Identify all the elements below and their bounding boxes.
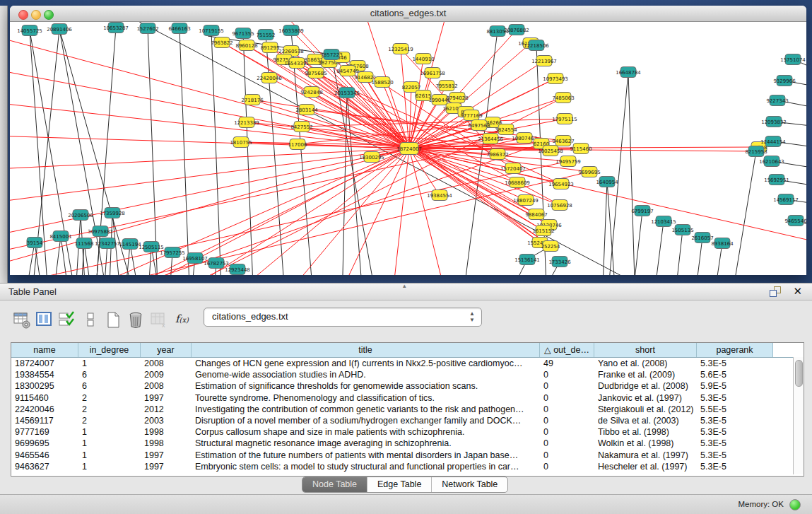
table-cell[interactable]: Yano et al. (2008): [594, 358, 697, 369]
table-cell[interactable]: 1: [78, 426, 141, 438]
table-cell[interactable]: 5.3E-5: [697, 461, 773, 472]
table-cell[interactable]: 49: [540, 358, 594, 369]
table-cell[interactable]: 2008: [141, 358, 192, 369]
window-titlebar[interactable]: citations_edges.txt: [10, 6, 806, 22]
table-cell[interactable]: 5.3E-5: [697, 415, 773, 426]
select-rows-icon[interactable]: [58, 311, 76, 329]
table-cell[interactable]: 1: [78, 461, 141, 472]
table-cell[interactable]: Estimation of significance thresholds fo…: [192, 380, 540, 392]
table-cell[interactable]: Embryonic stem cells: a model to study s…: [192, 461, 540, 472]
table-cell[interactable]: 0: [540, 438, 594, 449]
table-cell[interactable]: 5.9E-5: [697, 380, 773, 392]
table-cell[interactable]: 6: [78, 380, 141, 392]
table-cell[interactable]: 9465546: [11, 450, 78, 461]
table-cell[interactable]: Changes of HCN gene expression and I(f) …: [192, 358, 540, 369]
table-row[interactable]: 911546021997Tourette syndrome. Phenomeno…: [11, 392, 793, 404]
column-header-in_degree[interactable]: in_degree: [78, 343, 141, 357]
float-panel-icon[interactable]: [770, 286, 781, 297]
column-header-title[interactable]: title: [192, 343, 540, 357]
table-cell[interactable]: Structural magnetic resonance image aver…: [192, 438, 540, 449]
table-cell[interactable]: Dudbridge et al. (2008): [594, 380, 697, 392]
network-canvas[interactable]: 1872400779638228960128891295222605389827…: [10, 22, 806, 275]
table-cell[interactable]: 0: [540, 426, 594, 438]
table-row[interactable]: 1938455462009Genome-wide association stu…: [11, 369, 793, 380]
table-cell[interactable]: Hescheler et al. (1997): [594, 461, 697, 472]
table-cell[interactable]: 5.3E-5: [697, 426, 773, 438]
vertical-scrollbar[interactable]: [793, 357, 804, 474]
node-table[interactable]: namein_degreeyeartitle△ out_de…shortpage…: [11, 342, 804, 477]
table-cell[interactable]: 1998: [141, 426, 192, 438]
table-cell[interactable]: Estimation of the future numbers of pati…: [192, 450, 540, 461]
table-row[interactable]: 2242004622012Investigating the contribut…: [11, 404, 793, 415]
table-cell[interactable]: Corpus callosum shape and size in male p…: [192, 426, 540, 438]
table-cell[interactable]: 2009: [141, 369, 192, 380]
table-cell[interactable]: 5.3E-5: [697, 438, 773, 449]
table-cell[interactable]: 1997: [141, 392, 192, 404]
table-cell[interactable]: Stergiakouli et al. (2012): [594, 404, 697, 415]
table-cell[interactable]: 9115460: [11, 392, 78, 404]
table-cell[interactable]: 5.6E-5: [697, 369, 773, 380]
table-cell[interactable]: 5.3E-5: [697, 450, 773, 461]
table-cell[interactable]: 1997: [141, 461, 192, 472]
table-cell[interactable]: 1997: [141, 450, 192, 461]
create-table-icon[interactable]: [105, 311, 123, 329]
table-cell[interactable]: 1: [78, 358, 141, 369]
table-cell[interactable]: 2008: [141, 380, 192, 392]
table-cell[interactable]: Jankovic et al. (1997): [594, 392, 697, 404]
table-row[interactable]: 969969511998Structural magnetic resonanc…: [11, 438, 793, 449]
column-header-out_de[interactable]: △ out_de…: [540, 343, 594, 357]
network-nodes[interactable]: 1872400779638228960128891295222605389827…: [17, 23, 806, 275]
table-type-tabs[interactable]: Node TableEdge TableNetwork Table: [302, 477, 508, 493]
table-row[interactable]: 1872400712008Changes of HCN gene express…: [11, 358, 793, 369]
table-cell[interactable]: 22420046: [11, 404, 78, 415]
table-cell[interactable]: Genome-wide association studies in ADHD.: [192, 369, 540, 380]
table-body[interactable]: 1872400712008Changes of HCN gene express…: [11, 358, 804, 472]
table-cell[interactable]: Disruption of a novel member of a sodium…: [192, 415, 540, 426]
clear-selection-icon[interactable]: [82, 311, 100, 329]
table-row[interactable]: 946554611997Estimation of the future num…: [11, 450, 793, 461]
table-cell[interactable]: 9463627: [11, 461, 78, 472]
import-table-icon[interactable]: x: [150, 311, 168, 329]
close-panel-icon[interactable]: ✕: [793, 285, 802, 298]
table-cell[interactable]: 2012: [141, 404, 192, 415]
table-cell[interactable]: 0: [540, 404, 594, 415]
table-cell[interactable]: Investigating the contribution of common…: [192, 404, 540, 415]
table-cell[interactable]: de Silva et al. (2003): [594, 415, 697, 426]
table-cell[interactable]: Franke et al. (2009): [594, 369, 697, 380]
table-row[interactable]: 1456911722003Disruption of a novel membe…: [11, 415, 793, 426]
tab-node-table[interactable]: Node Table: [302, 477, 367, 492]
table-select-dropdown[interactable]: citations_edges.txt ▲▼: [204, 308, 482, 327]
table-cell[interactable]: Tibbo et al. (1998): [594, 426, 697, 438]
table-cell[interactable]: 5.3E-5: [697, 392, 773, 404]
column-header-name[interactable]: name: [11, 343, 78, 357]
table-cell[interactable]: 2: [78, 415, 141, 426]
table-cell[interactable]: 2: [78, 404, 141, 415]
table-cell[interactable]: 0: [540, 450, 594, 461]
table-cell[interactable]: 2003: [141, 415, 192, 426]
table-cell[interactable]: 0: [540, 369, 594, 380]
table-cell[interactable]: 1998: [141, 438, 192, 449]
function-builder-icon[interactable]: f(x): [175, 313, 194, 331]
table-cell[interactable]: 0: [540, 380, 594, 392]
delete-table-icon[interactable]: [127, 311, 146, 329]
table-cell[interactable]: 5.3E-5: [697, 358, 773, 369]
table-cell[interactable]: 18724007: [11, 358, 78, 369]
table-cell[interactable]: 1: [78, 438, 141, 449]
table-cell[interactable]: Nakamura et al. (1997): [594, 450, 697, 461]
table-cell[interactable]: 9777169: [11, 426, 78, 438]
tab-network-table[interactable]: Network Table: [432, 477, 507, 492]
table-cell[interactable]: 19384554: [11, 369, 78, 380]
table-cell[interactable]: Wolkin et al. (1998): [594, 438, 697, 449]
table-cell[interactable]: 5.5E-5: [697, 404, 773, 415]
memory-status-indicator[interactable]: [789, 499, 801, 510]
table-cell[interactable]: 0: [540, 415, 594, 426]
show-columns-icon[interactable]: [35, 311, 54, 329]
column-header-short[interactable]: short: [594, 343, 697, 357]
table-row[interactable]: 946362711997Embryonic stem cells: a mode…: [11, 461, 793, 472]
table-cell[interactable]: Tourette syndrome. Phenomenology and cla…: [192, 392, 540, 404]
panel-resize-grip[interactable]: ▴: [403, 282, 406, 289]
column-header-pagerank[interactable]: pagerank: [697, 343, 773, 357]
table-row[interactable]: 977716911998Corpus callosum shape and si…: [11, 426, 793, 438]
table-cell[interactable]: 9699695: [11, 438, 78, 449]
tab-edge-table[interactable]: Edge Table: [367, 477, 432, 492]
